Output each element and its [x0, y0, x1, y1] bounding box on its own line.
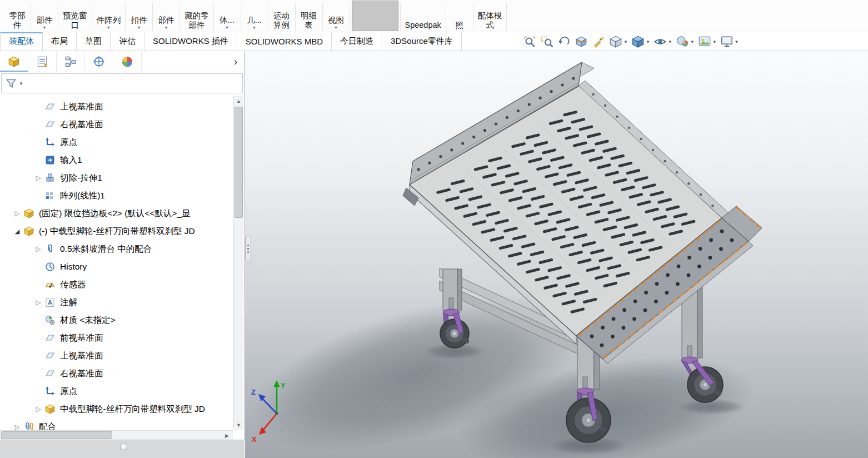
view-settings-icon[interactable] [720, 34, 734, 49]
tree-collapsed-arrow-icon[interactable]: ▷ [33, 245, 43, 253]
dropdown-caret-icon[interactable]: ▼ [137, 26, 141, 31]
mates-icon[interactable] [44, 243, 56, 255]
panel-splitter-handle[interactable] [245, 236, 251, 261]
tree-collapsed-arrow-icon[interactable]: ▷ [12, 423, 22, 430]
tree-collapsed-arrow-icon[interactable]: ▷ [12, 210, 22, 217]
graphics-area[interactable]: Y Z X [245, 51, 868, 458]
plane-icon[interactable] [44, 368, 56, 379]
tree-item[interactable]: 输入1 [0, 151, 232, 169]
part-icon[interactable] [44, 404, 56, 415]
heads-up-item[interactable]: ▼ [631, 34, 650, 49]
heads-up-item[interactable] [557, 34, 571, 49]
ribbon-tab[interactable]: 装配体 [0, 32, 43, 51]
part-icon[interactable] [23, 226, 34, 237]
ribbon-button[interactable]: 件阵列▼ [94, 16, 124, 31]
scroll-down-arrow-icon[interactable]: ▼ [234, 420, 243, 430]
plane-icon[interactable] [44, 350, 56, 361]
tree-item[interactable]: 原点 [0, 133, 232, 151]
heads-up-item[interactable]: ▼ [720, 34, 739, 49]
vertical-scrollbar-thumb[interactable] [235, 107, 243, 218]
tree-collapsed-arrow-icon[interactable]: ▷ [33, 405, 43, 413]
ribbon-button[interactable]: 部件▼ [33, 16, 56, 31]
hide-show-items-icon[interactable] [653, 34, 667, 49]
tree-item[interactable]: 右视基准面 [0, 365, 232, 382]
tree-item[interactable]: ◢(-) 中载型脚轮-丝杆万向带塑料双刹型 JD [0, 222, 232, 240]
dropdown-caret-icon[interactable]: ▼ [623, 39, 628, 44]
tree-item[interactable]: 前视基准面 [0, 329, 232, 347]
heads-up-item[interactable]: ▼ [675, 34, 695, 49]
ribbon-button[interactable]: 运动算例 [270, 11, 293, 31]
tree-item[interactable]: History [0, 258, 232, 276]
tree-expanded-arrow-icon[interactable]: ◢ [12, 228, 22, 235]
view-orientation-icon[interactable] [608, 34, 623, 49]
tree-item[interactable]: 上视基准面 [0, 98, 232, 116]
filter-icon[interactable] [5, 77, 17, 89]
dropdown-caret-icon[interactable]: ▼ [334, 26, 338, 31]
mates-folder-icon[interactable] [23, 421, 34, 430]
tree-filter-bar[interactable]: ▼ [1, 73, 243, 93]
ribbon-tab[interactable]: SOLIDWORKS MBD [237, 32, 332, 51]
ribbon-button[interactable]: 几...▼ [243, 16, 266, 31]
dynamic-annotation-view-icon[interactable] [591, 34, 606, 49]
heads-up-item[interactable] [591, 34, 606, 49]
panel-resize-handle[interactable] [120, 443, 127, 450]
part-icon[interactable] [23, 208, 34, 219]
ribbon-tab[interactable]: SOLIDWORKS 插件 [144, 32, 237, 51]
zoom-fit-icon[interactable] [522, 34, 537, 49]
ribbon-button[interactable]: 藏的零部件 [182, 11, 212, 31]
heads-up-item[interactable] [540, 34, 554, 49]
displaymanager-tab-icon[interactable] [113, 51, 142, 72]
tree-item[interactable]: ▷配合 [0, 418, 232, 430]
display-style-icon[interactable] [631, 34, 645, 49]
tree-item[interactable]: 材质 <未指定> [0, 311, 232, 329]
dropdown-caret-icon[interactable]: ▼ [668, 39, 672, 44]
heads-up-item[interactable]: ▼ [653, 34, 672, 49]
pattern-icon[interactable] [44, 190, 56, 201]
tree-item[interactable]: ▷中载型脚轮-丝杆万向带塑料双刹型 JD [0, 400, 232, 418]
cut-extrude-icon[interactable] [44, 172, 56, 183]
tree-item[interactable]: ▷0.5米斜坡滑台 中的配合 [0, 240, 232, 258]
ribbon-tab[interactable]: 今日制造 [332, 32, 382, 51]
heads-up-item[interactable] [522, 34, 537, 49]
ribbon-tab[interactable]: 草图 [77, 32, 111, 51]
tree-collapsed-arrow-icon[interactable]: ▷ [33, 298, 43, 306]
dropdown-caret-icon[interactable]: ▼ [712, 39, 717, 44]
dropdown-caret-icon[interactable]: ▼ [43, 26, 47, 31]
dropdown-caret-icon[interactable]: ▼ [646, 39, 650, 44]
annotations-icon[interactable]: A [44, 297, 56, 308]
tree-item[interactable]: 原点 [0, 382, 232, 400]
origin-icon[interactable] [44, 137, 56, 148]
ribbon-button[interactable]: 预览窗口 [60, 11, 90, 31]
horizontal-scrollbar-thumb[interactable] [1, 431, 112, 439]
ribbon-button[interactable]: 部件▼ [154, 16, 178, 31]
ribbon-button[interactable]: 扣件▼ [127, 16, 151, 31]
tree-item[interactable]: 阵列(线性)1 [0, 187, 232, 205]
import-icon[interactable] [44, 155, 56, 166]
material-icon[interactable] [44, 315, 56, 326]
ribbon-button[interactable]: 零部件 [6, 11, 29, 31]
ribbon-button[interactable] [352, 1, 398, 31]
plane-icon[interactable] [44, 119, 56, 130]
configurationmanager-tab-icon[interactable] [57, 51, 85, 72]
ribbon-button[interactable]: 照 [448, 21, 471, 31]
zoom-to-area-icon[interactable] [540, 34, 554, 49]
ribbon-tab[interactable]: 3DSource零件库 [382, 32, 462, 51]
dropdown-caret-icon[interactable]: ▼ [225, 26, 229, 31]
ribbon-button[interactable]: 明细表 [297, 11, 321, 31]
heads-up-item[interactable]: ▼ [608, 34, 628, 49]
scroll-up-arrow-icon[interactable]: ▲ [234, 96, 243, 106]
propertymanager-tab-icon[interactable] [28, 51, 57, 72]
history-icon[interactable] [44, 261, 56, 272]
panel-expand-chevron-icon[interactable]: › [227, 51, 244, 72]
plane-icon[interactable] [44, 101, 56, 112]
tree-vertical-scrollbar[interactable]: ▲ ▼ [233, 96, 243, 430]
tree-item[interactable]: 右视基准面 [0, 116, 232, 133]
dropdown-caret-icon[interactable]: ▼ [252, 26, 256, 31]
dropdown-caret-icon[interactable]: ▼ [735, 39, 739, 44]
heads-up-item[interactable]: ▼ [697, 34, 717, 49]
heads-up-item[interactable] [574, 34, 588, 49]
dimxpertmanager-tab-icon[interactable] [85, 51, 113, 72]
ribbon-button[interactable]: Speedpak [402, 21, 444, 31]
dropdown-caret-icon[interactable]: ▼ [164, 26, 168, 31]
tree-item[interactable]: 上视基准面 [0, 347, 232, 365]
